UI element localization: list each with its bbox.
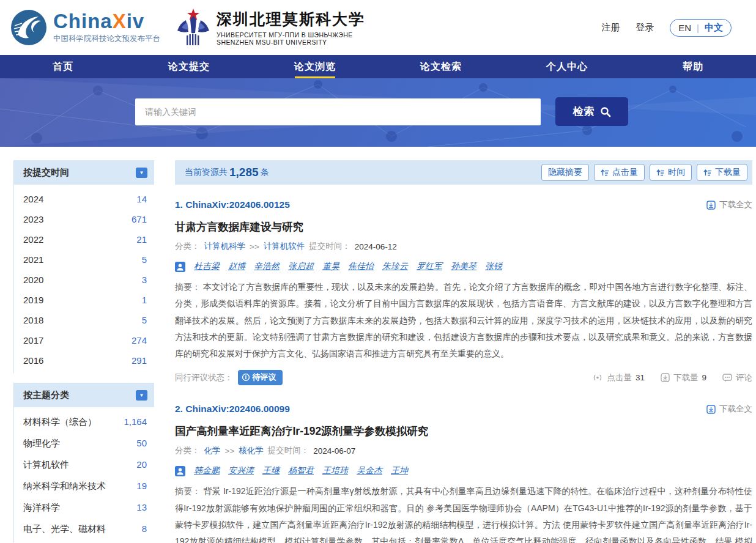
clicks-icon bbox=[592, 374, 603, 382]
filter-item-label: 电子、光学、磁材料 bbox=[23, 523, 106, 535]
sort-icon bbox=[703, 169, 712, 177]
results-main: 当前资源共1,285条 隐藏摘要 点击量 bbox=[175, 160, 752, 543]
comments-stat[interactable]: 评论 bbox=[722, 372, 752, 383]
filter-item-year[interactable]: 2021 5 bbox=[14, 249, 154, 270]
chinaxiv-wordmark: ChinaXiv bbox=[53, 11, 160, 31]
filter-item-count: 20 bbox=[136, 459, 147, 471]
clicks-stat[interactable]: 点击量 31 bbox=[592, 372, 645, 383]
category-link[interactable]: 化学 bbox=[204, 445, 221, 456]
filter-item-subject[interactable]: 电子、光学、磁材料 8 bbox=[14, 519, 154, 540]
paper-entry: 1. ChinaXiv:202406.00125 下载全文 甘肃方言数据库建设与… bbox=[175, 185, 752, 385]
filter-item-label: 2023 bbox=[23, 214, 43, 224]
author-link[interactable]: 杜吉梁 bbox=[194, 261, 220, 272]
filter-list-time: 2024 14 2023 671 2022 21 2021 bbox=[14, 185, 154, 373]
author-link[interactable]: 王培玮 bbox=[322, 465, 348, 476]
collapse-toggle-icon[interactable]: ▼ bbox=[136, 390, 147, 401]
lang-zh[interactable]: 中文 bbox=[705, 22, 723, 34]
download-icon bbox=[661, 373, 670, 382]
paper-title[interactable]: 国产高剂量率近距离治疗Ir-192源剂量学参数模拟研究 bbox=[175, 424, 752, 438]
sort-downloads-button[interactable]: 下载量 bbox=[697, 164, 747, 181]
filter-item-subject[interactable]: 物理化学 50 bbox=[14, 433, 154, 454]
comment-icon bbox=[722, 374, 732, 382]
category-separator: >> bbox=[250, 242, 259, 251]
chinaxiv-wave-icon bbox=[10, 9, 48, 46]
filter-item-label: 2020 bbox=[23, 275, 43, 285]
search-input[interactable] bbox=[135, 98, 541, 125]
download-fulltext-link[interactable]: 下载全文 bbox=[706, 404, 752, 415]
authors-list: 杜吉梁赵博辛浩然张启超董昊焦佳怡朱珍云罗红军孙美琴张锐 bbox=[194, 261, 502, 272]
filter-item-label: 2022 bbox=[23, 234, 43, 245]
author-link[interactable]: 孙美琴 bbox=[451, 261, 476, 272]
author-link[interactable]: 焦佳怡 bbox=[348, 261, 374, 272]
author-link[interactable]: 韩金鹏 bbox=[194, 465, 220, 476]
submitted-date: 2024-06-12 bbox=[355, 242, 397, 251]
filter-item-year[interactable]: 2016 291 bbox=[14, 350, 154, 371]
abstract-label: 摘要： bbox=[175, 282, 201, 292]
author-link[interactable]: 辛浩然 bbox=[254, 261, 280, 272]
filter-item-count: 19 bbox=[136, 481, 147, 492]
review-status-badge: 待评议 bbox=[238, 370, 283, 385]
msu-bit-logo[interactable]: 深圳北理莫斯科大学 УНИВЕРСИТЕТ МГУ-ППИ В ШЭНЬЧЖЭН… bbox=[176, 7, 365, 48]
sort-clicks-button[interactable]: 点击量 bbox=[594, 164, 645, 181]
filter-item-count: 14 bbox=[136, 194, 147, 204]
author-link[interactable]: 杨智君 bbox=[288, 465, 314, 476]
chinaxiv-subtitle: 中国科学院科技论文预发布平台 bbox=[53, 34, 160, 44]
nav-item-browse[interactable]: 论文浏览 bbox=[252, 55, 378, 78]
submitted-date: 2024-06-07 bbox=[313, 446, 355, 456]
lang-en[interactable]: EN bbox=[678, 23, 691, 33]
download-icon bbox=[706, 201, 716, 210]
author-link[interactable]: 王继 bbox=[262, 465, 280, 476]
filter-item-subject[interactable]: 纳米科学和纳米技术 19 bbox=[14, 476, 154, 497]
chinaxiv-logo[interactable]: ChinaXiv 中国科学院科技论文预发布平台 bbox=[10, 9, 160, 46]
pending-review-icon bbox=[242, 373, 250, 382]
login-link[interactable]: 登录 bbox=[636, 22, 654, 34]
sort-time-button[interactable]: 时间 bbox=[650, 164, 692, 181]
collapse-toggle-icon[interactable]: ▼ bbox=[136, 168, 147, 178]
filter-item-label: 2016 bbox=[23, 355, 43, 366]
filter-item-year[interactable]: 2024 14 bbox=[14, 189, 154, 209]
filter-item-year[interactable]: 2022 21 bbox=[14, 229, 154, 249]
filter-item-count: 21 bbox=[136, 234, 147, 245]
filter-item-year[interactable]: 2019 1 bbox=[14, 290, 154, 310]
search-button[interactable]: 检索 bbox=[555, 97, 628, 126]
author-link[interactable]: 罗红军 bbox=[417, 261, 442, 272]
subcategory-link[interactable]: 计算机软件 bbox=[264, 241, 305, 252]
author-link[interactable]: 朱珍云 bbox=[382, 261, 408, 272]
category-link[interactable]: 计算机科学 bbox=[204, 241, 246, 252]
author-link[interactable]: 张锐 bbox=[485, 261, 502, 272]
filter-item-subject[interactable]: 材料科学（综合） 1,164 bbox=[14, 412, 154, 433]
paper-id-link[interactable]: 2. ChinaXiv:202406.00099 bbox=[175, 404, 290, 415]
lang-divider: | bbox=[697, 23, 699, 33]
filter-item-year[interactable]: 2017 274 bbox=[14, 330, 154, 350]
paper-id-link[interactable]: 1. ChinaXiv:202406.00125 bbox=[175, 199, 290, 210]
nav-item-home[interactable]: 首页 bbox=[0, 55, 126, 78]
filter-item-subject[interactable]: 海洋科学 13 bbox=[14, 497, 154, 519]
filter-item-count: 8 bbox=[142, 523, 147, 535]
filter-item-count: 1 bbox=[142, 295, 147, 305]
filter-section-subject: 按主题分类 ▼ 材料科学（综合） 1,164 物理化学 50 bbox=[13, 383, 154, 542]
language-switcher[interactable]: EN | 中文 bbox=[670, 19, 732, 37]
paper-title[interactable]: 甘肃方言数据库建设与研究 bbox=[175, 220, 752, 234]
author-link[interactable]: 吴金杰 bbox=[357, 465, 382, 476]
filter-item-label: 2024 bbox=[23, 194, 43, 204]
submitted-label: 提交时间： bbox=[268, 445, 309, 456]
filter-item-year[interactable]: 2023 671 bbox=[14, 209, 154, 229]
download-fulltext-link[interactable]: 下载全文 bbox=[706, 199, 752, 210]
nav-item-help[interactable]: 帮助 bbox=[630, 55, 756, 78]
author-link[interactable]: 张启超 bbox=[288, 261, 314, 272]
author-link[interactable]: 王坤 bbox=[391, 465, 408, 476]
hide-abstract-button[interactable]: 隐藏摘要 bbox=[541, 164, 589, 181]
register-link[interactable]: 注册 bbox=[601, 22, 620, 34]
author-link[interactable]: 董昊 bbox=[322, 261, 339, 272]
filter-item-year[interactable]: 2018 5 bbox=[14, 310, 154, 330]
filter-item-subject[interactable]: 计算机软件 20 bbox=[14, 454, 154, 476]
author-link[interactable]: 赵博 bbox=[228, 261, 245, 272]
author-link[interactable]: 安兴涛 bbox=[228, 465, 254, 476]
filter-item-year[interactable]: 2020 3 bbox=[14, 270, 154, 290]
downloads-stat[interactable]: 下载量 9 bbox=[661, 372, 706, 383]
nav-item-personal[interactable]: 个人中心 bbox=[504, 55, 630, 78]
nav-item-submit[interactable]: 论文提交 bbox=[126, 55, 252, 78]
filter-item-count: 274 bbox=[132, 335, 147, 345]
subcategory-link[interactable]: 核化学 bbox=[239, 445, 264, 456]
nav-item-search[interactable]: 论文检索 bbox=[378, 55, 504, 78]
